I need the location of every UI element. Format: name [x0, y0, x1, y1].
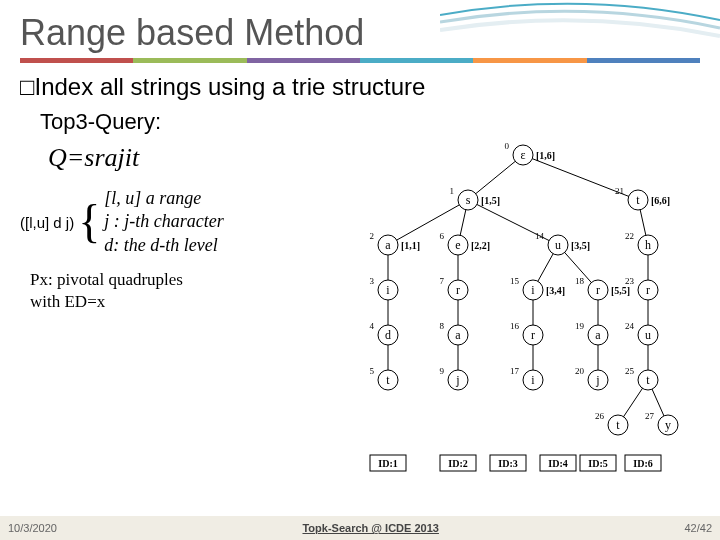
- svg-text:y: y: [665, 418, 671, 432]
- svg-text:ID:6: ID:6: [633, 458, 652, 469]
- svg-text:[3,4]: [3,4]: [546, 285, 565, 296]
- svg-text:ε: ε: [520, 148, 525, 162]
- svg-text:4: 4: [370, 321, 375, 331]
- svg-text:[1,5]: [1,5]: [481, 195, 500, 206]
- svg-text:3: 3: [370, 276, 375, 286]
- svg-text:ID:1: ID:1: [378, 458, 397, 469]
- svg-text:a: a: [385, 238, 391, 252]
- svg-text:9: 9: [440, 366, 445, 376]
- svg-line-0: [468, 155, 523, 200]
- svg-text:ID:4: ID:4: [548, 458, 567, 469]
- svg-text:0: 0: [505, 141, 510, 151]
- svg-text:2: 2: [370, 231, 375, 241]
- svg-text:e: e: [455, 238, 460, 252]
- svg-text:[3,5]: [3,5]: [571, 240, 590, 251]
- svg-text:24: 24: [625, 321, 635, 331]
- svg-text:a: a: [455, 328, 461, 342]
- svg-text:ID:5: ID:5: [588, 458, 607, 469]
- svg-text:d: d: [385, 328, 391, 342]
- svg-text:s: s: [466, 193, 471, 207]
- svg-text:[2,2]: [2,2]: [471, 240, 490, 251]
- svg-text:ID:3: ID:3: [498, 458, 517, 469]
- svg-text:14: 14: [535, 231, 545, 241]
- svg-text:[1,1]: [1,1]: [401, 240, 420, 251]
- svg-text:17: 17: [510, 366, 520, 376]
- svg-text:5: 5: [370, 366, 375, 376]
- svg-text:25: 25: [625, 366, 635, 376]
- svg-text:6: 6: [440, 231, 445, 241]
- svg-text:r: r: [531, 328, 535, 342]
- svg-text:r: r: [596, 283, 600, 297]
- svg-text:22: 22: [625, 231, 634, 241]
- svg-text:19: 19: [575, 321, 585, 331]
- svg-text:27: 27: [645, 411, 655, 421]
- svg-text:ID:2: ID:2: [448, 458, 467, 469]
- svg-text:7: 7: [440, 276, 445, 286]
- def-line-1: [l, u] a range: [104, 187, 223, 210]
- svg-text:26: 26: [595, 411, 605, 421]
- brace-icon: {: [78, 192, 100, 252]
- svg-text:h: h: [645, 238, 651, 252]
- svg-text:21: 21: [615, 186, 624, 196]
- svg-text:[6,6]: [6,6]: [651, 195, 670, 206]
- svg-text:u: u: [645, 328, 651, 342]
- footer-date: 10/3/2020: [8, 522, 57, 534]
- decorative-swoosh: [440, 0, 720, 60]
- svg-text:15: 15: [510, 276, 520, 286]
- svg-text:a: a: [595, 328, 601, 342]
- svg-text:20: 20: [575, 366, 585, 376]
- footer-page: 42/42: [684, 522, 712, 534]
- svg-text:[1,6]: [1,6]: [536, 150, 555, 161]
- svg-text:18: 18: [575, 276, 585, 286]
- svg-text:16: 16: [510, 321, 520, 331]
- tuple-label: ([l,u] d j): [20, 214, 74, 231]
- def-line-2: j : j-th character: [104, 210, 223, 233]
- svg-line-4: [468, 200, 558, 245]
- footer: 10/3/2020 Topk-Search @ ICDE 2013 42/42: [0, 516, 720, 540]
- svg-text:23: 23: [625, 276, 635, 286]
- svg-text:8: 8: [440, 321, 445, 331]
- footer-title: Topk-Search @ ICDE 2013: [57, 522, 685, 534]
- svg-text:r: r: [456, 283, 460, 297]
- def-line-3: d: the d-th level: [104, 234, 223, 257]
- svg-text:u: u: [555, 238, 561, 252]
- trie-diagram: ε0[1,6]s1[1,5]t21[6,6]a2[1,1]e6[2,2]u14[…: [338, 135, 708, 485]
- svg-text:j: j: [455, 373, 459, 387]
- bullet-text: □Index all strings using a trie structur…: [20, 73, 700, 101]
- svg-text:j: j: [595, 373, 599, 387]
- svg-text:[5,5]: [5,5]: [611, 285, 630, 296]
- svg-text:1: 1: [450, 186, 455, 196]
- svg-text:r: r: [646, 283, 650, 297]
- topk-label: Top3-Query:: [40, 109, 700, 135]
